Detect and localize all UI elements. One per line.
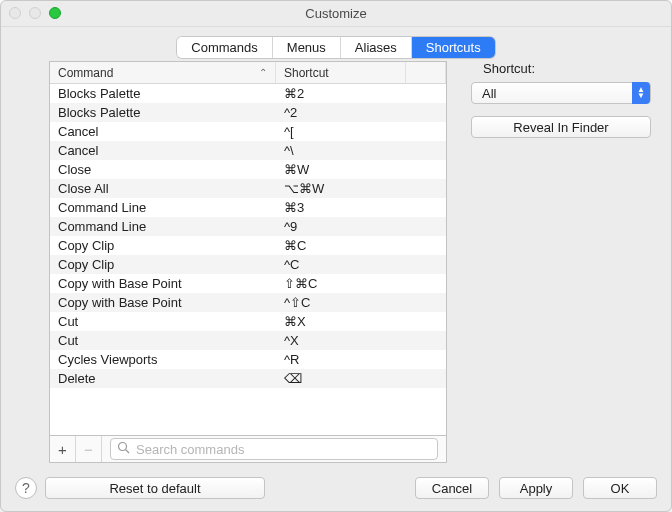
cell-shortcut: ^\ bbox=[276, 143, 446, 158]
cell-shortcut: ^9 bbox=[276, 219, 446, 234]
tab-menus[interactable]: Menus bbox=[273, 37, 341, 58]
table-row[interactable]: Command Line^9 bbox=[50, 217, 446, 236]
cell-shortcut: ^2 bbox=[276, 105, 446, 120]
table-row[interactable]: Copy Clip^C bbox=[50, 255, 446, 274]
search-field[interactable] bbox=[110, 438, 438, 460]
table-row[interactable]: Close All⌥⌘W bbox=[50, 179, 446, 198]
add-button[interactable]: + bbox=[50, 436, 76, 462]
help-button[interactable]: ? bbox=[15, 477, 37, 499]
table-row[interactable]: Command Line⌘3 bbox=[50, 198, 446, 217]
table-controls: + − bbox=[49, 435, 447, 463]
table-header-row: Command ⌃ Shortcut bbox=[50, 62, 446, 84]
table-row[interactable]: Blocks Palette⌘2 bbox=[50, 84, 446, 103]
cell-command: Copy Clip bbox=[50, 238, 276, 253]
cell-shortcut: ^[ bbox=[276, 124, 446, 139]
cell-shortcut: ⌘3 bbox=[276, 200, 446, 215]
sort-asc-icon: ⌃ bbox=[259, 67, 267, 78]
window-title: Customize bbox=[305, 6, 366, 21]
cell-command: Command Line bbox=[50, 200, 276, 215]
cell-command: Copy Clip bbox=[50, 257, 276, 272]
table-body: Blocks Palette⌘2Blocks Palette^2Cancel^[… bbox=[50, 84, 446, 435]
cell-shortcut: ⇧⌘C bbox=[276, 276, 446, 291]
table-row[interactable]: Cancel^\ bbox=[50, 141, 446, 160]
zoom-window-icon[interactable] bbox=[49, 7, 61, 19]
content: Command ⌃ Shortcut Blocks Palette⌘2Block… bbox=[15, 61, 657, 463]
cell-command: Command Line bbox=[50, 219, 276, 234]
shortcut-label: Shortcut: bbox=[483, 61, 657, 76]
table-row[interactable]: Cycles Viewports^R bbox=[50, 350, 446, 369]
popup-arrows-icon: ▲▼ bbox=[632, 82, 650, 104]
apply-label: Apply bbox=[520, 481, 553, 496]
minimize-window-icon[interactable] bbox=[29, 7, 41, 19]
reset-label: Reset to default bbox=[109, 481, 200, 496]
table-row[interactable]: Copy Clip⌘C bbox=[50, 236, 446, 255]
ok-button[interactable]: OK bbox=[583, 477, 657, 499]
column-header-shortcut[interactable]: Shortcut bbox=[276, 62, 406, 83]
titlebar: Customize bbox=[1, 1, 671, 27]
cell-command: Cut bbox=[50, 314, 276, 329]
cell-shortcut: ^⇧C bbox=[276, 295, 446, 310]
table-row[interactable]: Close⌘W bbox=[50, 160, 446, 179]
cell-shortcut: ^X bbox=[276, 333, 446, 348]
cell-shortcut: ⌘W bbox=[276, 162, 446, 177]
cell-command: Cancel bbox=[50, 124, 276, 139]
tab-commands[interactable]: Commands bbox=[177, 37, 272, 58]
cancel-label: Cancel bbox=[432, 481, 472, 496]
reset-to-default-button[interactable]: Reset to default bbox=[45, 477, 265, 499]
cell-command: Close All bbox=[50, 181, 276, 196]
add-remove-controls: + − bbox=[50, 436, 102, 462]
shortcuts-table: Command ⌃ Shortcut Blocks Palette⌘2Block… bbox=[49, 61, 447, 435]
table-row[interactable]: Copy with Base Point⇧⌘C bbox=[50, 274, 446, 293]
svg-line-1 bbox=[126, 450, 130, 454]
table-row[interactable]: Cut⌘X bbox=[50, 312, 446, 331]
cell-command: Blocks Palette bbox=[50, 105, 276, 120]
cell-command: Cycles Viewports bbox=[50, 352, 276, 367]
reveal-in-finder-button[interactable]: Reveal In Finder bbox=[471, 116, 651, 138]
table-row[interactable]: Cut^X bbox=[50, 331, 446, 350]
tab-shortcuts[interactable]: Shortcuts bbox=[412, 37, 495, 58]
remove-button[interactable]: − bbox=[76, 436, 102, 462]
ok-label: OK bbox=[611, 481, 630, 496]
cell-command: Cancel bbox=[50, 143, 276, 158]
close-window-icon[interactable] bbox=[9, 7, 21, 19]
help-icon: ? bbox=[22, 480, 30, 496]
cell-shortcut: ⌥⌘W bbox=[276, 181, 446, 196]
cell-command: Close bbox=[50, 162, 276, 177]
cell-shortcut: ⌘C bbox=[276, 238, 446, 253]
search-input[interactable] bbox=[134, 441, 431, 458]
shortcut-filter-value: All bbox=[482, 86, 496, 101]
cell-shortcut: ⌘X bbox=[276, 314, 446, 329]
cell-command: Copy with Base Point bbox=[50, 276, 276, 291]
column-header-command[interactable]: Command ⌃ bbox=[50, 62, 276, 83]
cell-command: Blocks Palette bbox=[50, 86, 276, 101]
table-row[interactable]: Blocks Palette^2 bbox=[50, 103, 446, 122]
svg-point-0 bbox=[119, 443, 127, 451]
search-icon bbox=[117, 441, 130, 457]
shortcuts-table-pane: Command ⌃ Shortcut Blocks Palette⌘2Block… bbox=[49, 61, 447, 463]
column-header-spacer bbox=[406, 62, 446, 83]
cell-shortcut: ⌫ bbox=[276, 371, 446, 386]
shortcut-filter-pane: Shortcut: All ▲▼ Reveal In Finder bbox=[465, 61, 657, 138]
cancel-button[interactable]: Cancel bbox=[415, 477, 489, 499]
column-header-command-label: Command bbox=[58, 66, 113, 80]
table-row[interactable]: Delete⌫ bbox=[50, 369, 446, 388]
table-row[interactable]: Copy with Base Point^⇧C bbox=[50, 293, 446, 312]
customize-window: Customize CommandsMenusAliasesShortcuts … bbox=[0, 0, 672, 512]
shortcut-filter-popup[interactable]: All ▲▼ bbox=[471, 82, 651, 104]
column-header-shortcut-label: Shortcut bbox=[284, 66, 329, 80]
tab-aliases[interactable]: Aliases bbox=[341, 37, 412, 58]
window-controls bbox=[9, 7, 61, 19]
cell-command: Copy with Base Point bbox=[50, 295, 276, 310]
cell-command: Cut bbox=[50, 333, 276, 348]
footer: ? Reset to default Cancel Apply OK bbox=[15, 477, 657, 499]
table-row[interactable]: Cancel^[ bbox=[50, 122, 446, 141]
cell-command: Delete bbox=[50, 371, 276, 386]
cell-shortcut: ^C bbox=[276, 257, 446, 272]
apply-button[interactable]: Apply bbox=[499, 477, 573, 499]
cell-shortcut: ^R bbox=[276, 352, 446, 367]
cell-shortcut: ⌘2 bbox=[276, 86, 446, 101]
reveal-in-finder-label: Reveal In Finder bbox=[513, 120, 608, 135]
